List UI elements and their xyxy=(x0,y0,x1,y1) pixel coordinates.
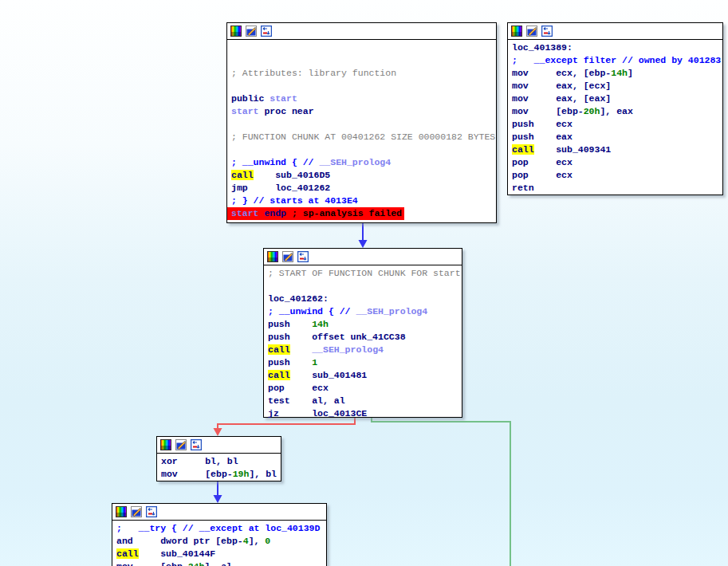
code-line: call sub_40144F xyxy=(116,548,326,560)
block-titlebar[interactable] xyxy=(112,504,326,521)
code-line: ; __try { // __except at loc_40139D xyxy=(116,522,326,535)
code-line: call sub_409341 xyxy=(512,143,722,156)
code-line: pop ecx xyxy=(512,156,722,169)
code-line: pop ecx xyxy=(512,169,722,182)
code-line: and dword ptr [ebp-4], 0 xyxy=(116,535,326,548)
code-line: jmp loc_401262 xyxy=(231,182,496,195)
graph-canvas[interactable]: ; Attributes: library function public st… xyxy=(0,0,728,566)
code-line: mov eax, [eax] xyxy=(512,92,722,105)
block-titlebar[interactable] xyxy=(264,249,462,265)
code-line: push 1 xyxy=(268,356,462,369)
edit-node-icon[interactable] xyxy=(175,439,187,450)
code-line: jz loc_4013CE xyxy=(268,407,462,420)
code-line: loc_401389: xyxy=(512,41,722,54)
edit-node-icon[interactable] xyxy=(131,506,142,517)
code-line: push ecx xyxy=(512,118,722,131)
block-code: ; __try { // __except at loc_40139Dand d… xyxy=(112,521,326,566)
edge-arrowhead xyxy=(214,428,222,436)
group-node-icon[interactable] xyxy=(191,439,202,450)
group-node-icon[interactable] xyxy=(261,26,272,37)
block-titlebar[interactable] xyxy=(227,23,496,40)
code-line: public start xyxy=(231,92,496,105)
code-line: xor bl, bl xyxy=(161,455,281,468)
edge-arrowhead xyxy=(214,495,222,503)
code-line: ; } // starts at 4013E4 xyxy=(231,195,496,207)
block-code: xor bl, blmov [ebp-19h], bl xyxy=(157,454,281,481)
code-line xyxy=(231,143,496,156)
block-titlebar[interactable] xyxy=(157,437,281,454)
code-line: call __SEH_prolog4 xyxy=(268,344,462,356)
error-highlight: start endp ; sp-analysis failed xyxy=(227,207,404,220)
code-line: ; __except filter // owned by 401283 xyxy=(512,54,722,67)
code-line: push offset unk_41CC38 xyxy=(268,331,462,344)
edge-green-2 xyxy=(372,418,510,566)
code-line: retn xyxy=(512,182,722,195)
palette-icon[interactable] xyxy=(267,251,278,262)
code-line xyxy=(268,280,462,293)
code-line: ; __unwind { // __SEH_prolog4 xyxy=(268,305,462,318)
code-line: start proc near xyxy=(231,105,496,118)
code-line: mov [ebp-20h], eax xyxy=(512,105,722,118)
basic-block-loc_401389[interactable]: loc_401389:; __except filter // owned by… xyxy=(507,22,723,195)
block-titlebar[interactable] xyxy=(508,23,722,40)
basic-block-xor_block[interactable]: xor bl, blmov [ebp-19h], bl xyxy=(156,436,281,481)
edit-node-icon[interactable] xyxy=(282,251,293,262)
code-line: mov [ebp-19h], bl xyxy=(161,468,281,481)
code-line: start endp ; sp-analysis failed xyxy=(231,207,496,220)
palette-icon[interactable] xyxy=(116,506,127,517)
code-line: mov [ebp-24h], al xyxy=(116,560,326,566)
block-code: ; Attributes: library function public st… xyxy=(227,40,496,220)
code-line xyxy=(231,41,496,54)
code-line: mov ecx, [ebp-14h] xyxy=(512,67,722,80)
palette-icon[interactable] xyxy=(160,439,171,450)
code-line: call sub_4016D5 xyxy=(231,169,496,182)
code-line: pop ecx xyxy=(268,382,462,395)
basic-block-start[interactable]: ; Attributes: library function public st… xyxy=(226,22,497,223)
edit-node-icon[interactable] xyxy=(246,26,257,37)
code-line: ; __unwind { // __SEH_prolog4 xyxy=(231,156,496,169)
block-code: ; START OF FUNCTION CHUNK FOR start loc_… xyxy=(264,265,462,420)
code-line: push 14h xyxy=(268,318,462,331)
code-line: test al, al xyxy=(268,395,462,407)
code-line xyxy=(231,54,496,67)
palette-icon[interactable] xyxy=(511,26,522,37)
basic-block-try_block[interactable]: ; __try { // __except at loc_40139Dand d… xyxy=(112,503,327,566)
block-code: loc_401389:; __except filter // owned by… xyxy=(508,40,722,195)
code-line: ; START OF FUNCTION CHUNK FOR start xyxy=(268,267,462,280)
edit-node-icon[interactable] xyxy=(526,26,537,37)
group-node-icon[interactable] xyxy=(146,506,157,517)
palette-icon[interactable] xyxy=(230,26,242,37)
code-line xyxy=(231,118,496,131)
code-line: loc_401262: xyxy=(268,293,462,305)
basic-block-loc_401262[interactable]: ; START OF FUNCTION CHUNK FOR start loc_… xyxy=(263,248,462,418)
edge-arrowhead xyxy=(359,240,368,248)
code-line: push eax xyxy=(512,131,722,143)
group-node-icon[interactable] xyxy=(541,26,553,37)
code-line: call sub_401481 xyxy=(268,369,462,382)
group-node-icon[interactable] xyxy=(297,251,309,262)
code-line: ; Attributes: library function xyxy=(231,67,496,80)
code-line: mov eax, [ecx] xyxy=(512,80,722,92)
code-line: ; FUNCTION CHUNK AT 00401262 SIZE 000001… xyxy=(231,131,496,143)
code-line xyxy=(231,80,496,92)
